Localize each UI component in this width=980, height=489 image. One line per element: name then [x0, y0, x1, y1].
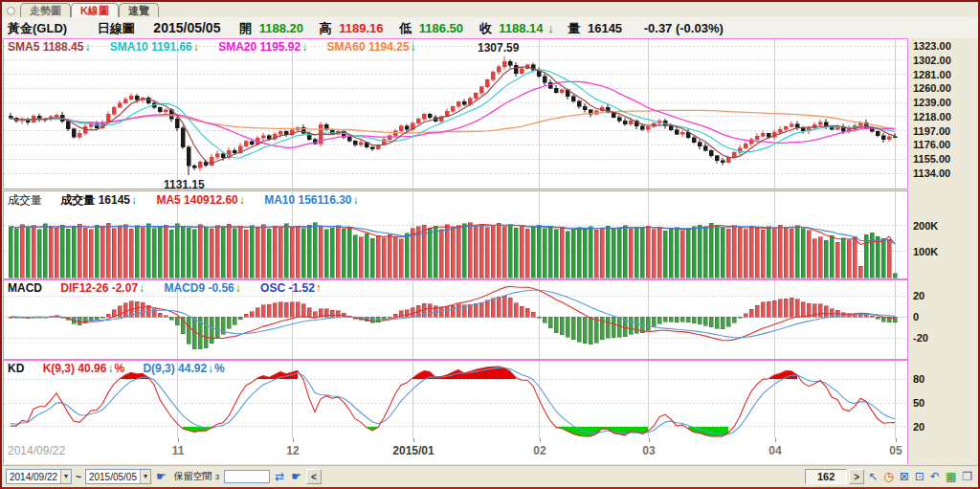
dif-value: DIF12-26 -2.07	[60, 281, 138, 295]
tab-kline-label: K線圖	[80, 5, 109, 16]
change-value: -0.37 (-0.03%)	[644, 18, 724, 39]
macd-title: MACD	[8, 281, 42, 295]
k-value: K(9,3) 40.96	[43, 362, 107, 375]
hand-icon-2[interactable]: ☛	[291, 470, 301, 483]
close-value: 1188.14	[499, 18, 543, 39]
macd-panel: MACD DIF12-26 -2.07↓ MACD9 -0.56↓ OSC -1…	[3, 279, 908, 360]
axis-month-label: 05	[889, 444, 902, 457]
osc-value: OSC -1.52	[260, 281, 315, 295]
main-panel-header: SMA5 1188.45↓ SMA10 1191.66↓ SMA20 1195.…	[8, 40, 417, 54]
sma60-value: SMA60 1194.25	[327, 40, 410, 54]
symbol-name: 黃金(GLD)	[8, 18, 67, 39]
bar-count: 162	[805, 469, 847, 484]
tab-bar: 走勢圖 K線圖 速覽	[2, 2, 978, 17]
date-from-value: 2014/09/22	[10, 472, 57, 482]
open-value: 1188.20	[259, 18, 303, 39]
axis-month-label: 04	[768, 444, 781, 457]
kd-panel-header: KD K(9,3) 40.96↓% D(9,3) 44.92↓%	[8, 362, 225, 375]
kd-title: KD	[8, 362, 24, 375]
sma20-value: SMA20 1195.92	[218, 40, 301, 54]
axis-month-label: 2015/01	[392, 444, 434, 457]
open-label: 開	[239, 18, 252, 39]
tab-overview-label: 速覽	[128, 5, 149, 16]
axis-start-date: 2014/09/22	[8, 444, 65, 457]
cursor-icon[interactable]: ↖	[868, 470, 878, 483]
axis-month-label: 11	[172, 444, 185, 457]
d-percent: %	[214, 362, 225, 375]
sma10-down-arrow-icon: ↓	[193, 40, 199, 54]
macd9-value: MACD9 -0.56	[164, 281, 234, 295]
axis-month-label: 02	[533, 444, 546, 457]
macd9-down-arrow-icon: ↓	[235, 281, 241, 295]
sma60-down-arrow-icon: ↓	[411, 40, 416, 54]
sma5-down-arrow-icon: ↓	[84, 40, 90, 54]
sma10-value: SMA10 1191.66	[110, 40, 192, 54]
candlestick-chart[interactable]	[4, 39, 907, 189]
tab-overview[interactable]: 速覽	[119, 3, 159, 17]
macd-panel-header: MACD DIF12-26 -2.07↓ MACD9 -0.56↓ OSC -1…	[8, 281, 323, 295]
date-from-combobox[interactable]: 2014/09/22 ▾	[6, 469, 72, 484]
chart-icon[interactable]: ▦	[946, 470, 956, 483]
date-to-value: 2015/05/05	[89, 472, 137, 482]
reserve-space-input[interactable]	[224, 470, 270, 483]
volume-panel-header: 成交量 成交量 16145↓ MA5 140912.60↓ MA10 15611…	[8, 192, 360, 209]
high-label: 高	[320, 18, 332, 39]
low-annotation: 1131.15	[164, 178, 205, 191]
status-bar: 2014/09/22 ▾ ~ 2015/05/05 ▾ ☛ 保留空間 3 ⇄ ☛…	[2, 465, 978, 487]
zoom-out-icon[interactable]: ⊠	[900, 470, 909, 483]
time-axis: 2014/09/2211122015/0102030405	[3, 438, 908, 464]
tab-kline[interactable]: K線圖	[71, 3, 119, 17]
volume-ma10-down-arrow-icon: ↓	[353, 193, 359, 207]
main-chart-panel: SMA5 1188.45↓ SMA10 1191.66↓ SMA20 1195.…	[3, 38, 908, 189]
sma20-down-arrow-icon: ↓	[301, 40, 307, 54]
price-axis: 1323.001302.001281.001260.001239.001218.…	[911, 2, 970, 465]
volume-panel-title: 成交量	[8, 193, 42, 207]
volume-current: 成交量 16145	[60, 193, 130, 207]
dif-down-arrow-icon: ↓	[139, 281, 145, 295]
axis-month-label: 12	[286, 444, 299, 457]
dropdown-arrow-icon[interactable]: ▾	[60, 470, 71, 483]
high-value: 1189.16	[339, 18, 383, 39]
back-button[interactable]: <	[306, 469, 322, 484]
next-button[interactable]: >	[849, 469, 864, 484]
status-bar-right: 162 > ↖ ◷ ⊠ ⊡ ↶ ▦ ❐	[805, 469, 974, 484]
volume-label: 量	[568, 18, 580, 39]
volume-down-arrow-icon: ↓	[131, 193, 137, 207]
volume-ma5-down-arrow-icon: ↓	[239, 193, 245, 207]
volume-panel: 成交量 成交量 16145↓ MA5 140912.60↓ MA10 15611…	[3, 190, 908, 279]
close-down-arrow-icon: ↓	[547, 18, 554, 39]
reserve-space-superscript: 3	[215, 473, 219, 481]
axis-month-label: 03	[642, 444, 655, 457]
reserve-space-label: 保留空間	[174, 470, 212, 483]
undo-icon[interactable]: ↶	[930, 470, 940, 483]
low-value: 1186.50	[419, 18, 463, 39]
tab-trend-label: 走勢圖	[30, 5, 61, 16]
hand-icon[interactable]: ☛	[156, 470, 167, 483]
d-down-arrow-icon: ↓	[208, 362, 213, 375]
volume-value: 16145	[588, 18, 622, 39]
volume-ma10: MA10 156116.30	[264, 193, 351, 207]
volume-ma5: MA5 140912.60	[156, 193, 237, 207]
d-value: D(9,3) 44.92	[143, 362, 207, 375]
swap-icon[interactable]: ⇄	[275, 470, 284, 483]
window-menu-icon[interactable]	[7, 7, 15, 15]
period-label[interactable]: 日線圖	[98, 18, 135, 39]
low-label: 低	[399, 18, 412, 39]
sma5-value: SMA5 1188.45	[8, 40, 83, 54]
zoom-in-icon[interactable]: ⊡	[915, 470, 924, 483]
quote-date: 2015/05/05	[153, 17, 220, 38]
clock-icon[interactable]: ◷	[883, 470, 893, 483]
range-separator: ~	[76, 472, 81, 482]
k-down-arrow-icon: ↓	[107, 362, 113, 375]
close-label: 收	[479, 18, 492, 39]
copy-icon[interactable]: ❐	[962, 470, 972, 483]
osc-up-arrow-icon: ↑	[316, 281, 322, 295]
k-percent: %	[114, 362, 124, 375]
tab-trend[interactable]: 走勢圖	[20, 3, 71, 17]
date-to-combobox[interactable]: 2015/05/05 ▾	[85, 469, 151, 484]
quote-header: 黃金(GLD) 日線圖 2015/05/05 開 1188.20 高 1189.…	[2, 17, 978, 38]
high-annotation: 1307.59	[478, 41, 519, 55]
app-window: 走勢圖 K線圖 速覽 黃金(GLD) 日線圖 2015/05/05 開 1188…	[0, 0, 980, 489]
dropdown-arrow-icon[interactable]: ▾	[140, 470, 150, 483]
kd-panel: KD K(9,3) 40.96↓% D(9,3) 44.92↓%	[3, 360, 908, 440]
